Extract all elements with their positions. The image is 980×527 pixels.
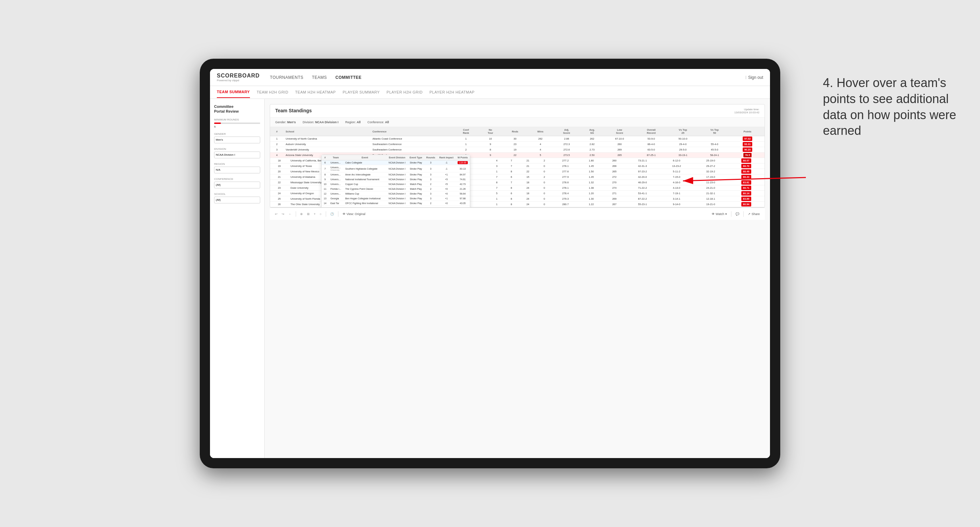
watch-button[interactable]: 👁 Watch ▾ xyxy=(712,211,727,217)
view-original-button[interactable]: 👁 View: Original xyxy=(342,212,365,216)
cell-rnds: 18 xyxy=(519,180,537,185)
tooltip-cell-rounds: 2 xyxy=(424,201,437,206)
tooltip-cell-points: 119.65 xyxy=(455,160,470,165)
content-panel: Team Standings Update time:13/03/2024 10… xyxy=(265,99,770,458)
tooltip-cell-team: Univers... xyxy=(328,160,343,165)
subnav-team-summary[interactable]: TEAM SUMMARY xyxy=(217,86,250,98)
cell-rnds: 24 xyxy=(519,196,537,202)
slider-track[interactable] xyxy=(214,122,260,124)
redo-button[interactable]: ↪ xyxy=(282,212,285,216)
filter-row: Gender: Men's Division: NCAA Division I … xyxy=(270,118,765,127)
cell-low-score: 265 xyxy=(604,152,635,158)
tooltip-cell-num: 13 xyxy=(322,196,328,201)
division-select[interactable]: NCAA Division I xyxy=(214,152,260,159)
cell-points[interactable]: 78.5 xyxy=(730,152,765,158)
tooltip-cell-rounds: 3 xyxy=(424,177,437,182)
grid-button[interactable]: ⊞ xyxy=(307,212,310,216)
sidebar-title: CommitteePortal Review xyxy=(214,104,260,114)
cell-vs50: 45-5-0 xyxy=(698,147,730,152)
subnav-player-summary[interactable]: PLAYER SUMMARY xyxy=(342,87,380,98)
school-select[interactable]: (All) xyxy=(214,197,260,203)
standings-table: # School Conference ConfRank NoTour Rnds… xyxy=(270,127,765,158)
cell-wins: 2 xyxy=(537,175,552,180)
cell-rank: 3 xyxy=(270,147,284,152)
back-button[interactable]: ← xyxy=(288,212,292,216)
cell-low-score: 274 xyxy=(603,185,625,191)
tooltip-row: 13 Georgia Ben Hogan Collegiate Invitati… xyxy=(322,196,470,201)
cell-points[interactable]: 97.02 xyxy=(730,136,765,142)
cell-no-tour: 8 xyxy=(504,169,519,175)
tooltip-cell-division: NCAA Division I xyxy=(387,172,407,177)
col-no-tour: NoTour xyxy=(479,127,502,136)
table-row: 1 University of North Carolina Atlantic … xyxy=(270,136,765,142)
undo-button[interactable]: ↩ xyxy=(275,212,278,216)
col-points: Points xyxy=(730,127,765,136)
subnav-team-h2h-grid[interactable]: TEAM H2H GRID xyxy=(257,87,288,98)
cell-wins: 2 xyxy=(537,158,552,163)
cell-avg-sg: 1.45 xyxy=(579,163,603,169)
tooltip-cell-team: Univers... xyxy=(328,172,343,177)
nav-tournaments[interactable]: TOURNAMENTS xyxy=(270,73,304,82)
cell-vs25: 50-10-0 xyxy=(667,136,699,142)
col-rank: # xyxy=(270,127,284,136)
circle-button[interactable]: ○ xyxy=(320,212,321,216)
cell-low-score: 265 xyxy=(603,169,625,175)
top-nav: SCOREBOARD Powered by clippd TOURNAMENTS… xyxy=(210,69,770,86)
cell-adj-score: 278.6 xyxy=(552,180,579,185)
sign-out-button[interactable]: Sign out xyxy=(748,75,763,80)
tooltip-cell-points: 42.73 xyxy=(455,182,470,187)
tooltip-cell-rounds: 3 xyxy=(424,160,437,165)
cell-points[interactable]: 88.07 xyxy=(728,158,765,163)
tooltip-cell-rank: +1 xyxy=(437,196,455,201)
tooltip-cell-event: Southern Highlands Collegiate xyxy=(343,165,387,172)
nav-teams[interactable]: TEAMS xyxy=(312,73,327,82)
subnav-team-h2h-heatmap[interactable]: TEAM H2H HEATMAP xyxy=(295,87,336,98)
cell-overall: 71-22-2 xyxy=(625,185,659,191)
cell-avg-sg: 262 xyxy=(581,136,604,142)
cell-points[interactable]: 80.94 xyxy=(728,202,765,207)
conference-select[interactable]: (All) xyxy=(214,182,260,189)
plus-button[interactable]: + xyxy=(314,212,315,216)
cell-rnds: 24 xyxy=(519,202,537,207)
tooltip-cell-points: 30-13 xyxy=(455,165,470,172)
cell-overall: 87-25-1 xyxy=(635,152,667,158)
region-select[interactable]: N/A xyxy=(214,167,260,173)
cell-low-score: 267 xyxy=(603,202,625,207)
cell-adj-score: 280.7 xyxy=(552,202,579,207)
cell-points[interactable]: 88.70 xyxy=(728,163,765,169)
tooltip-cell-rounds: 3 xyxy=(424,196,437,201)
cell-conf-rank: 7 xyxy=(490,175,504,180)
nav-committee[interactable]: COMMITTEE xyxy=(335,73,362,82)
tooltip-cell-rank: -1 xyxy=(437,165,455,172)
tooltip-cell-type: Stroke Play xyxy=(408,172,425,177)
cell-avg-sg: 1.30 xyxy=(579,196,603,202)
cell-points[interactable]: 90.20 xyxy=(730,147,765,152)
cell-no-tour: 7 xyxy=(504,180,519,185)
tooltip-cell-event: Ben Hogan Collegiate Invitational xyxy=(343,196,387,201)
tooltip-cell-rounds: 3 xyxy=(424,172,437,177)
cell-rnds: 18 xyxy=(519,191,537,196)
comment-button[interactable]: 💬 xyxy=(735,211,739,217)
subnav-player-h2h-heatmap[interactable]: PLAYER H2H HEATMAP xyxy=(430,87,475,98)
tooltip-cell-rank: +0 xyxy=(437,201,455,206)
cell-wins: 262 xyxy=(528,136,553,142)
cell-overall: 86-4-0 xyxy=(635,142,667,147)
tooltip-row: 7 Univers...University Southern Highland… xyxy=(322,165,470,172)
tooltip-cell-points: 21.26 xyxy=(455,187,470,192)
hover-tooltip: # Team Event Event Division Event Type R… xyxy=(321,155,470,208)
cell-overall: 97-23-2 xyxy=(625,169,659,175)
col-rnds: Rnds xyxy=(502,127,528,136)
bottom-toolbar: ↩ ↪ ← ⊕ ⊞ + ○ 🕐 👁 View: Original xyxy=(270,208,765,220)
cell-rank: 25 xyxy=(270,196,288,202)
cell-points[interactable]: 93.31 xyxy=(730,142,765,147)
cell-rank: 23 xyxy=(270,185,288,191)
tooltip-cell-num: 8 xyxy=(322,172,328,177)
gender-select[interactable]: Men's xyxy=(214,137,260,143)
zoom-button[interactable]: ⊕ xyxy=(300,212,303,216)
tooltip-cell-division: NCAA Division I xyxy=(387,182,407,187)
tooltip-cell-rank: +1 xyxy=(437,172,455,177)
cell-no-tour: 8 xyxy=(504,185,519,191)
cell-rank: 24 xyxy=(270,191,288,196)
share-button[interactable]: ↗ Share xyxy=(748,211,760,217)
subnav-player-h2h-grid[interactable]: PLAYER H2H GRID xyxy=(387,87,423,98)
